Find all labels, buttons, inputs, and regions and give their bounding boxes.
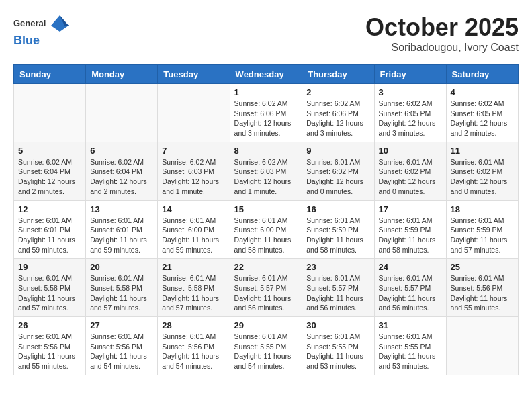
day-info: Sunrise: 6:01 AM Sunset: 5:59 PM Dayligh…	[306, 216, 369, 255]
calendar-week-2: 5Sunrise: 6:02 AM Sunset: 6:04 PM Daylig…	[14, 142, 519, 200]
day-number: 22	[234, 262, 298, 272]
day-info: Sunrise: 6:01 AM Sunset: 6:01 PM Dayligh…	[18, 216, 81, 255]
logo: General Blue	[13, 13, 70, 48]
calendar-cell: 30Sunrise: 6:01 AM Sunset: 5:55 PM Dayli…	[302, 317, 374, 375]
day-info: Sunrise: 6:01 AM Sunset: 5:59 PM Dayligh…	[451, 216, 514, 255]
day-info: Sunrise: 6:02 AM Sunset: 6:03 PM Dayligh…	[162, 157, 225, 197]
calendar-cell: 15Sunrise: 6:01 AM Sunset: 6:00 PM Dayli…	[230, 200, 302, 259]
weekday-header-friday: Friday	[374, 65, 446, 84]
calendar-cell: 27Sunrise: 6:01 AM Sunset: 5:56 PM Dayli…	[86, 317, 158, 375]
day-info: Sunrise: 6:01 AM Sunset: 6:02 PM Dayligh…	[451, 157, 514, 197]
calendar-cell: 11Sunrise: 6:01 AM Sunset: 6:02 PM Dayli…	[446, 142, 518, 200]
calendar-cell: 25Sunrise: 6:01 AM Sunset: 5:56 PM Dayli…	[446, 259, 518, 317]
day-number: 5	[18, 146, 81, 156]
day-number: 12	[18, 204, 81, 214]
calendar-cell: 13Sunrise: 6:01 AM Sunset: 6:01 PM Dayli…	[86, 200, 158, 259]
day-number: 11	[451, 146, 514, 156]
day-info: Sunrise: 6:01 AM Sunset: 5:58 PM Dayligh…	[162, 273, 225, 313]
calendar-cell: 1Sunrise: 6:02 AM Sunset: 6:06 PM Daylig…	[230, 84, 302, 142]
day-number: 3	[379, 87, 442, 97]
day-info: Sunrise: 6:01 AM Sunset: 5:55 PM Dayligh…	[234, 332, 298, 371]
calendar-cell	[14, 84, 86, 142]
day-number: 20	[90, 262, 153, 272]
day-info: Sunrise: 6:02 AM Sunset: 6:06 PM Dayligh…	[306, 99, 369, 138]
day-number: 31	[379, 320, 442, 330]
day-number: 10	[379, 146, 442, 156]
calendar-cell: 23Sunrise: 6:01 AM Sunset: 5:57 PM Dayli…	[302, 259, 374, 317]
calendar-cell	[446, 317, 518, 375]
weekday-header-tuesday: Tuesday	[158, 65, 230, 84]
calendar-cell: 8Sunrise: 6:02 AM Sunset: 6:03 PM Daylig…	[230, 142, 302, 200]
title-block: October 2025 Soribadougou, Ivory Coast	[365, 13, 519, 54]
day-info: Sunrise: 6:02 AM Sunset: 6:05 PM Dayligh…	[379, 99, 442, 138]
day-number: 2	[306, 87, 369, 97]
day-number: 9	[306, 146, 369, 156]
calendar-cell: 20Sunrise: 6:01 AM Sunset: 5:58 PM Dayli…	[86, 259, 158, 317]
day-info: Sunrise: 6:01 AM Sunset: 5:58 PM Dayligh…	[90, 273, 153, 313]
day-number: 16	[306, 204, 369, 214]
day-info: Sunrise: 6:01 AM Sunset: 6:00 PM Dayligh…	[234, 216, 298, 255]
weekday-header-wednesday: Wednesday	[230, 65, 302, 84]
calendar-cell: 12Sunrise: 6:01 AM Sunset: 6:01 PM Dayli…	[14, 200, 86, 259]
day-number: 19	[18, 262, 81, 272]
calendar-cell: 26Sunrise: 6:01 AM Sunset: 5:56 PM Dayli…	[14, 317, 86, 375]
day-number: 8	[234, 146, 298, 156]
calendar-cell: 16Sunrise: 6:01 AM Sunset: 5:59 PM Dayli…	[302, 200, 374, 259]
day-info: Sunrise: 6:01 AM Sunset: 6:01 PM Dayligh…	[90, 216, 153, 255]
day-info: Sunrise: 6:02 AM Sunset: 6:03 PM Dayligh…	[234, 157, 298, 197]
day-info: Sunrise: 6:02 AM Sunset: 6:04 PM Dayligh…	[18, 157, 81, 197]
calendar-cell: 24Sunrise: 6:01 AM Sunset: 5:57 PM Dayli…	[374, 259, 446, 317]
day-info: Sunrise: 6:01 AM Sunset: 5:56 PM Dayligh…	[90, 332, 153, 371]
day-info: Sunrise: 6:01 AM Sunset: 5:56 PM Dayligh…	[18, 332, 81, 371]
weekday-header-sunday: Sunday	[14, 65, 86, 84]
calendar-cell: 21Sunrise: 6:01 AM Sunset: 5:58 PM Dayli…	[158, 259, 230, 317]
day-info: Sunrise: 6:02 AM Sunset: 6:04 PM Dayligh…	[90, 157, 153, 197]
calendar-cell: 31Sunrise: 6:01 AM Sunset: 5:55 PM Dayli…	[374, 317, 446, 375]
calendar-cell: 18Sunrise: 6:01 AM Sunset: 5:59 PM Dayli…	[446, 200, 518, 259]
calendar-cell: 3Sunrise: 6:02 AM Sunset: 6:05 PM Daylig…	[374, 84, 446, 142]
calendar-cell: 5Sunrise: 6:02 AM Sunset: 6:04 PM Daylig…	[14, 142, 86, 200]
calendar-cell: 14Sunrise: 6:01 AM Sunset: 6:00 PM Dayli…	[158, 200, 230, 259]
day-number: 21	[162, 262, 225, 272]
day-number: 13	[90, 204, 153, 214]
page-header: General Blue October 2025 Soribadougou, …	[13, 13, 519, 54]
day-info: Sunrise: 6:01 AM Sunset: 5:56 PM Dayligh…	[451, 273, 514, 313]
day-info: Sunrise: 6:01 AM Sunset: 5:59 PM Dayligh…	[379, 216, 442, 255]
calendar-week-4: 19Sunrise: 6:01 AM Sunset: 5:58 PM Dayli…	[14, 259, 519, 317]
day-number: 25	[451, 262, 514, 272]
calendar-cell: 17Sunrise: 6:01 AM Sunset: 5:59 PM Dayli…	[374, 200, 446, 259]
day-number: 29	[234, 320, 298, 330]
calendar-week-3: 12Sunrise: 6:01 AM Sunset: 6:01 PM Dayli…	[14, 200, 519, 259]
day-info: Sunrise: 6:01 AM Sunset: 5:55 PM Dayligh…	[306, 332, 369, 371]
calendar-cell: 4Sunrise: 6:02 AM Sunset: 6:05 PM Daylig…	[446, 84, 518, 142]
day-info: Sunrise: 6:01 AM Sunset: 6:02 PM Dayligh…	[379, 157, 442, 197]
logo-icon	[50, 13, 70, 34]
day-info: Sunrise: 6:01 AM Sunset: 6:00 PM Dayligh…	[162, 216, 225, 255]
day-info: Sunrise: 6:01 AM Sunset: 5:57 PM Dayligh…	[234, 273, 298, 313]
calendar-cell	[158, 84, 230, 142]
day-number: 1	[234, 87, 298, 97]
day-number: 4	[451, 87, 514, 97]
day-number: 6	[90, 146, 153, 156]
logo-text: General Blue	[13, 13, 70, 48]
day-info: Sunrise: 6:01 AM Sunset: 5:55 PM Dayligh…	[379, 332, 442, 371]
day-number: 28	[162, 320, 225, 330]
calendar-cell: 22Sunrise: 6:01 AM Sunset: 5:57 PM Dayli…	[230, 259, 302, 317]
calendar-cell: 29Sunrise: 6:01 AM Sunset: 5:55 PM Dayli…	[230, 317, 302, 375]
day-info: Sunrise: 6:01 AM Sunset: 5:56 PM Dayligh…	[162, 332, 225, 371]
calendar-cell: 7Sunrise: 6:02 AM Sunset: 6:03 PM Daylig…	[158, 142, 230, 200]
weekday-header-monday: Monday	[86, 65, 158, 84]
day-info: Sunrise: 6:01 AM Sunset: 5:58 PM Dayligh…	[18, 273, 81, 313]
day-info: Sunrise: 6:01 AM Sunset: 5:57 PM Dayligh…	[379, 273, 442, 313]
calendar-cell: 19Sunrise: 6:01 AM Sunset: 5:58 PM Dayli…	[14, 259, 86, 317]
day-number: 17	[379, 204, 442, 214]
day-number: 23	[306, 262, 369, 272]
day-number: 18	[451, 204, 514, 214]
month-title: October 2025	[365, 13, 519, 42]
calendar-week-1: 1Sunrise: 6:02 AM Sunset: 6:06 PM Daylig…	[14, 84, 519, 142]
weekday-header-saturday: Saturday	[446, 65, 518, 84]
day-number: 26	[18, 320, 81, 330]
calendar-table: SundayMondayTuesdayWednesdayThursdayFrid…	[13, 64, 519, 375]
day-number: 15	[234, 204, 298, 214]
calendar-cell: 28Sunrise: 6:01 AM Sunset: 5:56 PM Dayli…	[158, 317, 230, 375]
